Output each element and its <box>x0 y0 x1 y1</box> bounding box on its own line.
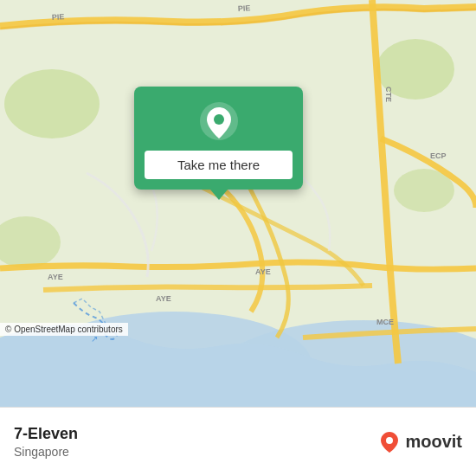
svg-text:AYE: AYE <box>156 294 171 303</box>
svg-text:ECP: ECP <box>430 151 447 160</box>
svg-point-19 <box>386 437 393 444</box>
bottom-bar: 7-Eleven Singapore moovit <box>0 407 476 476</box>
moovit-logo: moovit <box>377 430 462 454</box>
svg-text:AYE: AYE <box>48 273 63 281</box>
place-name: 7-Eleven <box>14 425 78 443</box>
svg-text:PIE: PIE <box>52 12 65 22</box>
attribution-text: © OpenStreetMap contributors <box>5 325 123 334</box>
svg-text:AYE: AYE <box>255 267 271 276</box>
svg-text:CTE: CTE <box>384 87 393 102</box>
svg-text:MCE: MCE <box>376 318 394 326</box>
place-location: Singapore <box>14 445 78 459</box>
moovit-brand-text: moovit <box>405 432 462 452</box>
place-info: 7-Eleven Singapore <box>14 425 78 459</box>
location-pin-icon <box>198 100 240 142</box>
svg-point-3 <box>4 69 100 138</box>
osm-attribution: © OpenStreetMap contributors <box>0 323 128 336</box>
svg-text:PIE: PIE <box>238 3 251 13</box>
svg-point-18 <box>214 114 224 125</box>
location-card: Take me there <box>134 87 303 190</box>
take-me-there-button[interactable]: Take me there <box>145 151 293 179</box>
moovit-pin-icon <box>377 430 402 454</box>
map-view: PIE PIE CTE ECP AYE AYE AYE MCE → ↗ © Op… <box>0 0 476 407</box>
